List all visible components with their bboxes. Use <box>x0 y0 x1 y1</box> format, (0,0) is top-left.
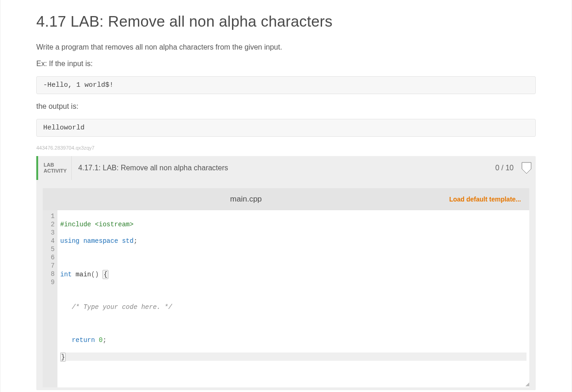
line-number: 7 <box>43 262 55 270</box>
lab-header: LAB ACTIVITY 4.17.1: LAB: Remove all non… <box>36 156 536 180</box>
shield-icon <box>521 156 532 180</box>
page-title: 4.17 LAB: Remove all non alpha character… <box>36 13 536 30</box>
lab-type-line1: LAB <box>44 162 67 168</box>
code-line[interactable] <box>60 286 527 295</box>
lab-score: 0 / 10 <box>495 156 518 180</box>
line-number: 6 <box>43 253 55 262</box>
line-number: 3 <box>43 229 55 237</box>
code-line[interactable] <box>60 253 527 262</box>
code-line[interactable]: /* Type your code here. */ <box>60 303 527 311</box>
code-line[interactable]: using namespace std; <box>60 237 527 245</box>
lab-type-label: LAB ACTIVITY <box>38 156 72 180</box>
prompt-description: Write a program that removes all non alp… <box>36 43 536 51</box>
code-line[interactable]: } <box>60 353 527 361</box>
line-number: 1 <box>43 212 55 220</box>
lab-panel: LAB ACTIVITY 4.17.1: LAB: Remove all non… <box>36 156 536 390</box>
line-number: 5 <box>43 245 55 253</box>
example-output-block: Helloworld <box>36 119 536 137</box>
load-template-button[interactable]: Load default template... <box>449 196 529 203</box>
session-tag: 443476.2839704.qx3zqy7 <box>36 145 536 151</box>
line-number: 2 <box>43 220 55 229</box>
example-input-block: -Hello, 1 world$! <box>36 76 536 94</box>
line-gutter: 1 2 3 4 5 6 7 8 9 <box>43 210 57 387</box>
editor-wrap: main.cpp Load default template... 1 2 3 … <box>43 188 529 387</box>
lab-type-line2: ACTIVITY <box>44 168 67 174</box>
editor-toolbar: main.cpp Load default template... <box>43 188 529 210</box>
line-number: 9 <box>43 278 55 286</box>
code-line[interactable]: #include <iostream> <box>60 220 527 229</box>
resize-handle-icon[interactable]: ◢ <box>526 382 528 386</box>
lab-title: 4.17.1: LAB: Remove all non alpha charac… <box>72 156 495 180</box>
code-line[interactable]: return 0; <box>60 336 527 344</box>
editor-filename: main.cpp <box>43 195 449 204</box>
page-root: 4.17 LAB: Remove all non alpha character… <box>0 0 572 392</box>
line-number: 8 <box>43 270 55 278</box>
line-number: 4 <box>43 237 55 245</box>
code-editor[interactable]: 1 2 3 4 5 6 7 8 9 #include <iostream> us… <box>43 210 529 387</box>
code-area[interactable]: #include <iostream> using namespace std;… <box>57 210 529 387</box>
example-output-label: the output is: <box>36 102 536 111</box>
code-line[interactable] <box>60 319 527 328</box>
code-line[interactable]: int main() { <box>60 270 527 278</box>
example-input-label: Ex: If the input is: <box>36 60 536 68</box>
